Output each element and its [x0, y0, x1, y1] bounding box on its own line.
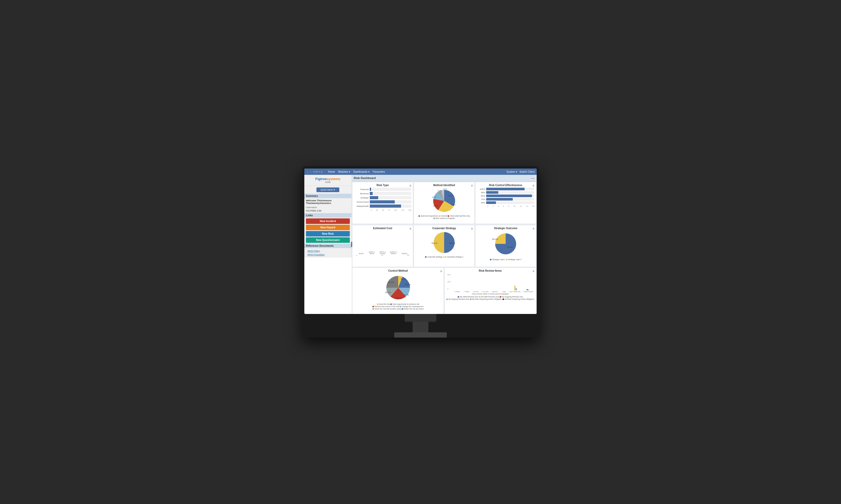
corporate-pie-svg: 50.0 % 50.0 % [430, 231, 459, 254]
whs-procedure-link[interactable]: WHS Procedure [306, 253, 350, 256]
svg-text:41.5 %: 41.5 % [448, 195, 453, 197]
forward-arrow-icon[interactable]: → [310, 170, 312, 173]
legend-incident: Incident [439, 215, 447, 217]
risk-review-panel: Risk Review Items ≡ 4002000 > 1 Mont [444, 268, 536, 314]
method-identified-title: Method Identified [415, 184, 473, 187]
estimated-cost-panel: Estimated Cost ≡ <$1000 $1000 to $5000 [352, 225, 413, 267]
risk-type-menu-icon[interactable]: ≡ [410, 184, 411, 187]
monitor-screen: ← → ↺ ⊡ ✎ ⊙ Home Modules ▾ Dashboards ▾ … [304, 168, 537, 314]
nav-home[interactable]: Home [328, 170, 335, 173]
edit-icon[interactable]: ✎ [318, 170, 320, 173]
system-menu[interactable]: System ▾ [507, 170, 517, 173]
review-group-gt1week: > 1 Week Overdue [522, 274, 533, 292]
bar-row-financial: Financial [354, 188, 411, 191]
quick-menu-button[interactable]: Quick Menu ▾ [316, 187, 340, 192]
bar-row-safety: Safety/health [354, 204, 411, 208]
legend-my-initial: My Initial Reviews Due [458, 296, 478, 298]
nav-favourites[interactable]: Favourites [373, 170, 385, 173]
svg-text:25.0 %: 25.0 % [492, 238, 498, 240]
method-identified-panel: Method Identified ≡ [414, 182, 475, 224]
svg-text:50.0 %: 50.0 % [431, 242, 437, 244]
cost-bar-5k10k: $5001 to $10000 [378, 251, 388, 254]
risk-control-menu-icon[interactable]: ≡ [532, 184, 534, 187]
switch-client[interactable]: Switch Client [519, 170, 535, 173]
target-icon[interactable]: ⊙ [321, 170, 323, 173]
nav-arrows: ← → ↺ ⊡ ✎ ⊙ [306, 170, 323, 173]
monitor-stand-base [394, 332, 447, 338]
svg-text:75.0 %: 75.0 % [507, 246, 513, 248]
corporate-menu-icon[interactable]: ≡ [471, 227, 473, 231]
legend-risk-only: Risk only [460, 215, 470, 217]
control-legend: Avoid the risk Seek opportunity to enhan… [372, 303, 425, 310]
risk-control-title: Risk Control Effectiveness [477, 184, 534, 187]
dashboard-close-button[interactable]: — [531, 176, 535, 180]
control-menu-icon[interactable]: ≡ [440, 269, 442, 273]
svg-text:18.2 %: 18.2 % [396, 297, 401, 299]
svg-text:9.1 %: 9.1 % [401, 278, 406, 280]
reference-docs-title: Reference Documents [304, 244, 351, 248]
whs-policy-link[interactable]: WHS Policy [306, 249, 350, 253]
review-menu-icon[interactable]: ≡ [532, 269, 534, 273]
risk-review-title: Risk Review Items [446, 269, 534, 272]
main-content: Risk Dashboard — Risk Type ≡ Financial [351, 175, 537, 314]
rce-row-50: 50% [477, 201, 534, 204]
window-icon[interactable]: ⊡ [315, 170, 317, 173]
control-pie-svg: 9.1 % 18.2 % 9.1 % 18.2 % 18.2 % 27.3 % [382, 273, 414, 302]
back-arrow-icon[interactable]: ← [306, 170, 309, 173]
rce-row-80: 80% [477, 195, 534, 197]
estimated-cost-chart: <$1000 $1000 to $5000 $5001 to $10000 [354, 231, 411, 254]
legend-change: Change the consequences [399, 306, 424, 307]
strategic-menu-icon[interactable]: ≡ [532, 227, 534, 231]
strategic-legend: Strategic code 1 Strategic code 2 [490, 258, 521, 260]
legend-corp2: Corporate strategy 2 [444, 256, 463, 258]
svg-text:8.1 %: 8.1 % [432, 196, 436, 198]
risk-type-panel: Risk Type ≡ Financial Business [352, 182, 413, 224]
review-group-today: Today [500, 274, 509, 292]
svg-text:9.1 %: 9.1 % [404, 294, 409, 296]
legend-my-risks: My Risks Requiring further Mitigation [470, 298, 502, 300]
legend-audit: Audit and inspections [418, 215, 438, 217]
corporate-legend: Corporate strategy 1 Corporate strategy … [425, 256, 463, 258]
welcome-text: Welcome Thisismmore Thantwentycharacters [304, 198, 351, 205]
legend-all-initial: All Initial Reviews Due [479, 296, 499, 298]
nav-dashboards[interactable]: Dashboards ▾ [353, 170, 370, 173]
logo-text: Figtreesystems [306, 177, 349, 181]
svg-text:18.2 %: 18.2 % [385, 291, 391, 293]
cost-bar-gt50k: >$50000 [399, 252, 409, 254]
summary-section-title: Summary [304, 194, 351, 198]
control-pie-container: 9.1 % 18.2 % 9.1 % 18.2 % 18.2 % 27.3 % … [354, 273, 442, 310]
dashboard-title-bar: Risk Dashboard — [351, 175, 537, 181]
risk-type-bar-chart: Financial Business Strategic [354, 188, 411, 211]
refresh-icon[interactable]: ↺ [313, 170, 315, 173]
legend-all-risks: All Risks Requiring further Mitigation [502, 298, 534, 300]
sidebar-logo: Figtreesystems NSW [304, 175, 351, 186]
cost-bar-10k50k: $10001 to $50000 [389, 251, 398, 254]
top-nav-bar: ← → ↺ ⊡ ✎ ⊙ Home Modules ▾ Dashboards ▾ … [304, 168, 537, 175]
monitor-frame: ← → ↺ ⊡ ✎ ⊙ Home Modules ▾ Dashboards ▾ … [302, 166, 539, 338]
risk-control-panel: Risk Control Effectiveness ≡ 100% 90% [475, 182, 536, 224]
new-questionnaire-button[interactable]: New Questionnaire [306, 237, 350, 243]
legend-observation: Observation [448, 215, 460, 217]
nav-modules[interactable]: Modules ▾ [338, 170, 350, 173]
nav-right: System ▾ Switch Client [507, 170, 535, 173]
new-incident-button[interactable]: New Incident [306, 218, 350, 224]
new-risk-button[interactable]: New Risk [306, 231, 350, 236]
legend-risk-context: Risk context [433, 217, 445, 219]
review-note: Only records within 3 month period displ… [446, 293, 534, 295]
legend-all-ongoing: All Ongoing Reviews Due [446, 298, 469, 300]
new-hazard-button[interactable]: New Hazard [306, 225, 350, 230]
review-group-tomorrow: Tomorrow [491, 274, 499, 292]
svg-text:18.2 %: 18.2 % [405, 284, 411, 285]
sidebar: Figtreesystems NSW Quick Menu ▾ Summary … [304, 175, 351, 257]
cost-bar-lt1000: <$1000 [356, 252, 366, 254]
cost-menu-icon[interactable]: ≡ [410, 227, 411, 231]
monitor-stand-top [405, 314, 436, 322]
method-menu-icon[interactable]: ≡ [471, 184, 473, 187]
chart-grid-bottom: Control Method ≡ [351, 268, 537, 314]
estimated-cost-title: Estimated Cost [354, 227, 411, 230]
svg-text:50.0 %: 50.0 % [449, 242, 455, 244]
risk-type-axis: 0255075100125150 [371, 209, 411, 211]
legend-seek: Seek opportunity to enhance risk [390, 303, 419, 305]
bar-row-strategic: Strategic [354, 196, 411, 199]
control-method-title: Control Method [354, 269, 442, 272]
